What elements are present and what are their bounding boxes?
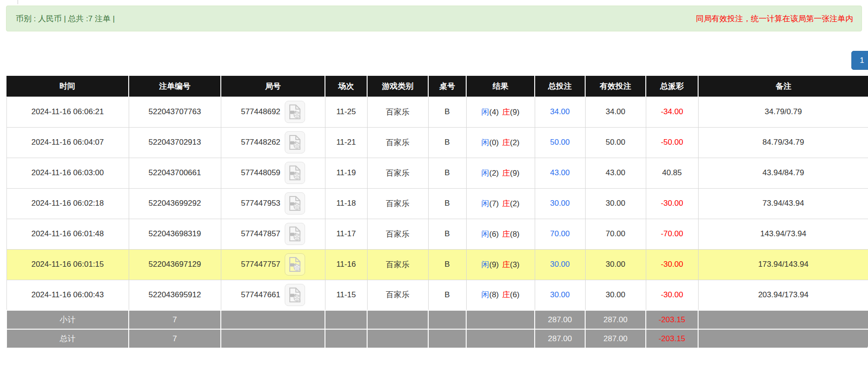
cell-bet-id: 522043695912 xyxy=(129,280,221,310)
video-replay-button[interactable] xyxy=(285,253,305,276)
cell-table-no: B xyxy=(428,219,466,249)
cell-bet-id: 522043698319 xyxy=(129,219,221,249)
total-bet-link[interactable]: 70.00 xyxy=(550,229,570,238)
summary-empty-cell xyxy=(698,329,868,348)
cell-round-id: 577447857 xyxy=(221,219,325,249)
cell-round-id: 577447953 xyxy=(221,188,325,219)
cell-game-type: 百家乐 xyxy=(367,249,428,280)
cell-session: 11-18 xyxy=(325,188,367,219)
cell-game-type: 百家乐 xyxy=(367,158,428,188)
pagination-page-1-button[interactable]: 1 xyxy=(851,51,868,70)
total-bet-link[interactable]: 34.00 xyxy=(550,107,570,116)
cell-table-no: B xyxy=(428,280,466,310)
result-player-score: (2) xyxy=(489,169,499,178)
result-banker-label: 庄 xyxy=(502,169,510,178)
cell-session: 11-15 xyxy=(325,280,367,310)
summary-banner: 币别 : 人民币 | 总共 :7 注单 | 同局有效投注，统一计算在该局第一张注… xyxy=(6,6,862,31)
table-body: 2024-11-16 06:06:21 522043707763 5774486… xyxy=(6,97,868,310)
cell-session: 11-19 xyxy=(325,158,367,188)
cell-valid-bet: 70.00 xyxy=(585,219,646,249)
table-row: 2024-11-16 06:06:21 522043707763 5774486… xyxy=(6,97,868,127)
summary-empty-cell xyxy=(367,310,428,329)
cell-valid-bet: 30.00 xyxy=(585,280,646,310)
cell-round-id: 577447757 xyxy=(221,249,325,280)
summary-row: 总计 7 287.00 287.00 -203.15 xyxy=(6,329,868,348)
cell-bet-id: 522043697129 xyxy=(129,249,221,280)
result-banker-score: (3) xyxy=(510,260,520,269)
cell-time: 2024-11-16 06:01:15 xyxy=(6,249,129,280)
round-number: 577447857 xyxy=(241,229,280,239)
cell-valid-bet: 30.00 xyxy=(585,188,646,219)
result-banker-score: (8) xyxy=(510,230,520,239)
video-file-icon xyxy=(288,196,301,211)
summary-count: 7 xyxy=(129,329,221,348)
column-header-payout: 总派彩 xyxy=(646,76,698,97)
cell-game-type: 百家乐 xyxy=(367,280,428,310)
summary-valid-bet: 287.00 xyxy=(585,310,646,329)
column-header-result: 结果 xyxy=(466,76,535,97)
result-player-label: 闲 xyxy=(481,108,489,117)
video-file-icon xyxy=(288,227,301,241)
result-player-label: 闲 xyxy=(481,230,489,239)
total-bet-link[interactable]: 30.00 xyxy=(550,260,570,269)
result-player-score: (7) xyxy=(489,199,499,208)
result-banker-label: 庄 xyxy=(502,260,510,269)
result-banker-score: (2) xyxy=(510,199,520,208)
result-banker-score: (2) xyxy=(510,138,520,147)
cell-remark: 203.94/173.94 xyxy=(698,280,868,310)
table-row: 2024-11-16 06:02:18 522043699292 5774479… xyxy=(6,188,868,219)
cell-total-bet: 30.00 xyxy=(535,280,585,310)
cell-payout: -50.00 xyxy=(646,127,698,158)
column-header-remark: 备注 xyxy=(698,76,868,97)
cell-round-id: 577448262 xyxy=(221,127,325,158)
video-replay-button[interactable] xyxy=(285,131,305,153)
video-replay-button[interactable] xyxy=(285,101,305,123)
total-bet-link[interactable]: 30.00 xyxy=(550,199,570,208)
cell-time: 2024-11-16 06:03:00 xyxy=(6,158,129,188)
summary-empty-cell xyxy=(698,310,868,329)
cell-payout: 40.85 xyxy=(646,158,698,188)
result-banker-score: (9) xyxy=(510,169,520,178)
cell-valid-bet: 34.00 xyxy=(585,97,646,127)
cell-total-bet: 30.00 xyxy=(535,249,585,280)
cell-payout: -30.00 xyxy=(646,249,698,280)
cell-game-type: 百家乐 xyxy=(367,188,428,219)
summary-empty-cell xyxy=(325,310,367,329)
cell-total-bet: 50.00 xyxy=(535,127,585,158)
cell-remark: 143.94/73.94 xyxy=(698,219,868,249)
table-footer: 小计 7 287.00 287.00 -203.15 总计 7 287.00 2… xyxy=(6,310,868,348)
cell-time: 2024-11-16 06:01:48 xyxy=(6,219,129,249)
cell-result: 闲(0)庄(2) xyxy=(466,127,535,158)
cell-table-no: B xyxy=(428,127,466,158)
video-replay-button[interactable] xyxy=(285,162,305,184)
cell-game-type: 百家乐 xyxy=(367,97,428,127)
video-file-icon xyxy=(288,288,301,302)
column-header-total-bet: 总投注 xyxy=(535,76,585,97)
video-replay-button[interactable] xyxy=(285,192,305,215)
result-banker-label: 庄 xyxy=(502,230,510,239)
round-number: 577447953 xyxy=(241,199,280,208)
cell-total-bet: 43.00 xyxy=(535,158,585,188)
video-replay-button[interactable] xyxy=(285,284,305,306)
summary-empty-cell xyxy=(325,329,367,348)
result-player-score: (9) xyxy=(489,260,499,269)
bet-history-page: 币别 : 人民币 | 总共 :7 注单 | 同局有效投注，统一计算在该局第一张注… xyxy=(0,0,868,368)
result-banker-label: 庄 xyxy=(502,199,510,208)
summary-label: 小计 xyxy=(6,310,129,329)
cell-time: 2024-11-16 06:02:18 xyxy=(6,188,129,219)
same-round-notice-text: 同局有效投注，统一计算在该局第一张注单内 xyxy=(696,13,853,24)
bet-records-table: 时间 注单编号 局号 场次 游戏类别 桌号 结果 总投注 有效投注 总派彩 备注… xyxy=(6,76,868,349)
header-row: 时间 注单编号 局号 场次 游戏类别 桌号 结果 总投注 有效投注 总派彩 备注 xyxy=(6,76,868,97)
cell-time: 2024-11-16 06:04:07 xyxy=(6,127,129,158)
round-number: 577448692 xyxy=(241,107,280,117)
cell-valid-bet: 43.00 xyxy=(585,158,646,188)
total-bet-link[interactable]: 50.00 xyxy=(550,138,570,147)
result-player-score: (6) xyxy=(489,230,499,239)
total-bet-link[interactable]: 43.00 xyxy=(550,168,570,177)
video-replay-button[interactable] xyxy=(285,223,305,245)
table-row: 2024-11-16 06:04:07 522043702913 5774482… xyxy=(6,127,868,158)
summary-total-bet: 287.00 xyxy=(535,329,585,348)
cell-payout: -30.00 xyxy=(646,188,698,219)
round-number: 577448262 xyxy=(241,138,280,147)
total-bet-link[interactable]: 30.00 xyxy=(550,290,570,299)
